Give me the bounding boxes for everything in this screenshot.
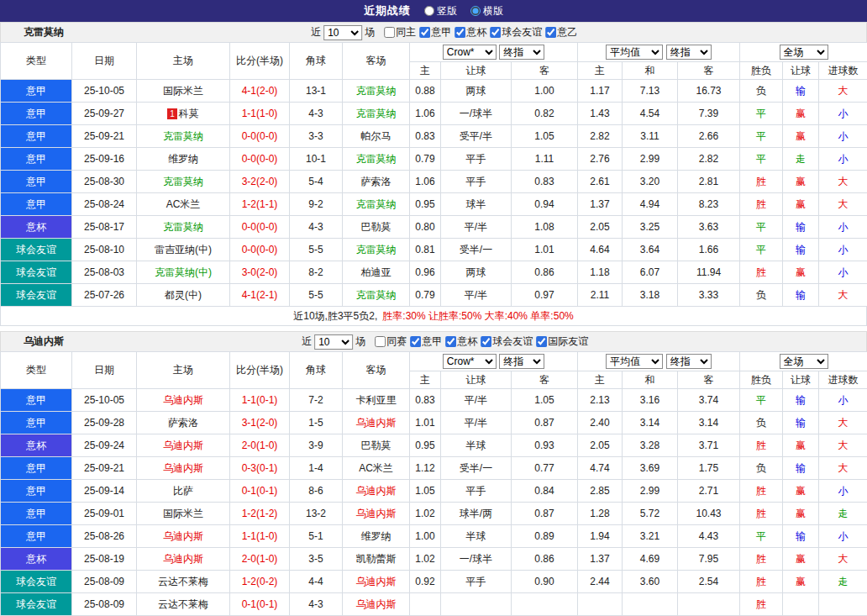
avg-away: 2.81 <box>678 171 740 193</box>
score: 0-1(0-1) <box>230 593 290 616</box>
result-outcome: 平 <box>740 148 783 171</box>
match-type: 意甲 <box>1 480 72 503</box>
avg-home: 2.44 <box>578 571 623 593</box>
col-header-type: 类型 <box>1 352 72 389</box>
corners: 5-5 <box>290 284 343 307</box>
col-header-corners: 角球 <box>290 352 343 389</box>
filter-checkbox[interactable] <box>545 27 556 38</box>
result-outcome: 负 <box>740 80 783 103</box>
vertical-layout-radio[interactable] <box>424 6 434 16</box>
col-header-date: 日期 <box>72 352 137 389</box>
filter-option[interactable]: 同赛 <box>375 334 407 349</box>
avg-index-select[interactable]: 终指 <box>666 354 712 369</box>
filter-option[interactable]: 意乙 <box>545 25 577 39</box>
match-count-select[interactable]: 10 <box>323 25 362 40</box>
table-header-group-row: 类型 日期 主场 比分(半场) 角球 客场 Crow* 终指 平均值 终指 <box>1 352 867 371</box>
team-section-cremonese: 克雷莫纳 近 10 场 同主意甲意杯球会友谊意乙 类型 日期 主场 比分(半 <box>0 22 867 326</box>
avg-home: 1.17 <box>578 80 623 103</box>
odds-away: 0.86 <box>512 548 578 571</box>
horizontal-layout-label: 横版 <box>483 4 503 18</box>
filter-option[interactable]: 意杯 <box>455 25 486 39</box>
filter-checkbox[interactable] <box>384 27 395 38</box>
result-outcome: 胜 <box>740 171 783 193</box>
filter-option[interactable]: 球会友谊 <box>490 25 542 39</box>
filter-option[interactable]: 意甲 <box>410 334 442 349</box>
filter-checkbox[interactable] <box>536 336 547 347</box>
avg-draw: 3.69 <box>623 457 678 480</box>
result-handicap: 输 <box>783 80 819 103</box>
match-row: 意甲25-09-21乌迪内斯0-3(0-1)1-4AC米兰1.12受半/一0.7… <box>1 457 867 480</box>
filter-prefix: 近 <box>311 25 321 39</box>
col-header-score: 比分(半场) <box>230 352 290 389</box>
avg-index-select[interactable]: 终指 <box>666 45 712 60</box>
col-header-avg-draw: 和 <box>623 62 678 80</box>
odds-handicap: 平/半 <box>441 216 512 239</box>
filter-checkbox[interactable] <box>481 336 491 347</box>
odds-handicap: 平手 <box>441 148 512 171</box>
result-goals: 大 <box>819 193 867 216</box>
layout-option-horizontal[interactable]: 横版 <box>470 4 503 18</box>
result-goals: 大 <box>819 434 867 457</box>
filter-label: 球会友谊 <box>492 334 533 349</box>
col-header-home: 主场 <box>137 43 230 80</box>
match-count-select[interactable]: 10 <box>314 334 353 350</box>
scope-select[interactable]: 全场 <box>780 354 828 369</box>
avg-draw: 3.21 <box>623 525 678 548</box>
layout-option-vertical[interactable]: 竖版 <box>424 4 457 18</box>
match-row: 球会友谊25-08-09云达不莱梅0-1(0-1)4-3乌迪内斯胜 <box>1 593 867 616</box>
result-outcome: 胜 <box>740 548 783 571</box>
away-team: 柏迪亚 <box>343 261 410 284</box>
match-date: 25-07-26 <box>72 284 137 307</box>
odds-away: 0.90 <box>512 571 578 593</box>
away-team: AC米兰 <box>343 457 410 480</box>
result-goals: 小 <box>819 389 867 412</box>
match-row: 意甲25-08-26乌迪内斯1-1(1-0)5-1维罗纳1.00半球0.891.… <box>1 525 867 548</box>
avg-draw: 3.14 <box>623 412 678 434</box>
filter-option[interactable]: 意杯 <box>445 334 477 349</box>
filter-checkbox[interactable] <box>455 27 465 38</box>
score: 4-1(2-1) <box>230 284 290 307</box>
filter-checkbox[interactable] <box>419 27 430 38</box>
odds-index-select[interactable]: 终指 <box>499 354 544 369</box>
filter-checkbox[interactable] <box>375 336 386 347</box>
col-header-result-outcome: 胜负 <box>740 62 783 80</box>
horizontal-layout-radio[interactable] <box>470 6 481 16</box>
filter-option[interactable]: 意甲 <box>419 25 451 39</box>
score: 0-0(0-0) <box>230 216 290 239</box>
match-date: 25-10-05 <box>72 389 137 412</box>
result-goals: 大 <box>819 457 867 480</box>
average-select[interactable]: 平均值 <box>606 45 663 60</box>
average-select[interactable]: 平均值 <box>606 354 663 369</box>
scope-select[interactable]: 全场 <box>780 45 828 60</box>
match-row: 意甲25-08-24AC米兰1-2(1-1)9-2克雷莫纳0.95球半0.941… <box>1 193 867 216</box>
filter-checkbox[interactable] <box>445 336 456 347</box>
avg-home: 4.74 <box>578 457 623 480</box>
filter-checkbox[interactable] <box>410 336 421 347</box>
score: 2-0(1-0) <box>230 548 290 571</box>
odds-handicap: 平/半 <box>441 389 512 412</box>
odds-index-select[interactable]: 终指 <box>499 45 544 60</box>
filter-option[interactable]: 同主 <box>384 25 416 39</box>
filter-checkbox[interactable] <box>490 27 501 38</box>
bookmaker-select[interactable]: Crow* <box>443 354 497 369</box>
result-goals: 小 <box>819 480 867 503</box>
filter-option[interactable]: 国际友谊 <box>536 334 588 349</box>
match-type: 意杯 <box>1 548 72 571</box>
result-goals: 走 <box>819 503 867 525</box>
avg-away: 8.23 <box>678 193 740 216</box>
result-outcome: 平 <box>740 216 783 239</box>
bookmaker-select[interactable]: Crow* <box>443 45 497 60</box>
match-date: 25-08-09 <box>72 571 137 593</box>
home-team: 克雷莫纳 <box>137 125 230 148</box>
avg-draw: 3.20 <box>623 171 678 193</box>
odds-handicap: 受半/一 <box>441 239 512 261</box>
filter-option[interactable]: 球会友谊 <box>481 334 533 349</box>
away-team: 克雷莫纳 <box>343 239 410 261</box>
avg-draw: 2.99 <box>623 148 678 171</box>
col-header-away: 客场 <box>343 352 410 389</box>
avg-home: 2.13 <box>578 389 623 412</box>
avg-home: 1.28 <box>578 503 623 525</box>
home-team: 乌迪内斯 <box>137 389 230 412</box>
home-team: 云达不莱梅 <box>137 593 230 616</box>
odds-home: 0.95 <box>410 434 441 457</box>
